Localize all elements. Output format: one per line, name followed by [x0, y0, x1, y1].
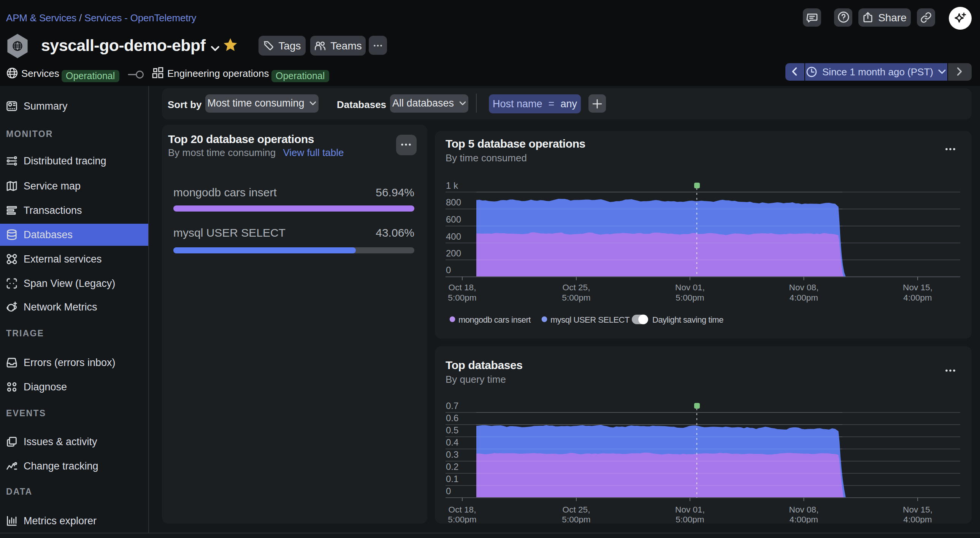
svg-text:800: 800: [446, 197, 461, 208]
svg-text:0.3: 0.3: [446, 449, 458, 460]
svg-text:Nov 01,: Nov 01,: [675, 505, 705, 514]
svg-text:0: 0: [446, 265, 451, 275]
svg-text:5:00pm: 5:00pm: [562, 515, 590, 524]
svg-text:0.6: 0.6: [446, 413, 458, 423]
svg-text:5:00pm: 5:00pm: [676, 293, 704, 302]
svg-text:4:00pm: 4:00pm: [789, 293, 818, 302]
svg-text:1 k: 1 k: [446, 180, 458, 191]
svg-text:0.1: 0.1: [446, 474, 458, 484]
svg-text:5:00pm: 5:00pm: [562, 293, 590, 302]
svg-text:Oct 25,: Oct 25,: [563, 505, 590, 514]
svg-text:Nov 08,: Nov 08,: [789, 505, 819, 514]
svg-text:Daylight saving time: Daylight saving time: [652, 315, 724, 324]
svg-text:200: 200: [446, 248, 461, 259]
svg-text:0.7: 0.7: [446, 401, 458, 411]
svg-text:4:00pm: 4:00pm: [789, 515, 818, 524]
svg-text:400: 400: [446, 231, 461, 242]
svg-text:0: 0: [446, 486, 451, 496]
svg-text:600: 600: [446, 214, 461, 225]
svg-text:4:00pm: 4:00pm: [903, 293, 932, 302]
svg-text:Nov 15,: Nov 15,: [903, 283, 932, 292]
svg-text:Oct 18,: Oct 18,: [449, 505, 476, 514]
svg-text:5:00pm: 5:00pm: [676, 515, 704, 524]
svg-text:0.5: 0.5: [446, 425, 458, 435]
svg-text:Nov 15,: Nov 15,: [903, 505, 932, 514]
svg-text:0.4: 0.4: [446, 437, 458, 447]
svg-text:4:00pm: 4:00pm: [903, 515, 932, 524]
svg-text:Oct 18,: Oct 18,: [449, 283, 476, 292]
svg-text:0.2: 0.2: [446, 461, 458, 472]
svg-text:5:00pm: 5:00pm: [448, 515, 476, 524]
svg-text:mongodb cars insert: mongodb cars insert: [458, 315, 531, 324]
svg-text:Nov 01,: Nov 01,: [675, 283, 705, 292]
svg-text:mysql USER SELECT: mysql USER SELECT: [550, 315, 630, 324]
svg-text:5:00pm: 5:00pm: [448, 293, 476, 302]
svg-text:Oct 25,: Oct 25,: [563, 283, 590, 292]
svg-text:Nov 08,: Nov 08,: [789, 283, 819, 292]
